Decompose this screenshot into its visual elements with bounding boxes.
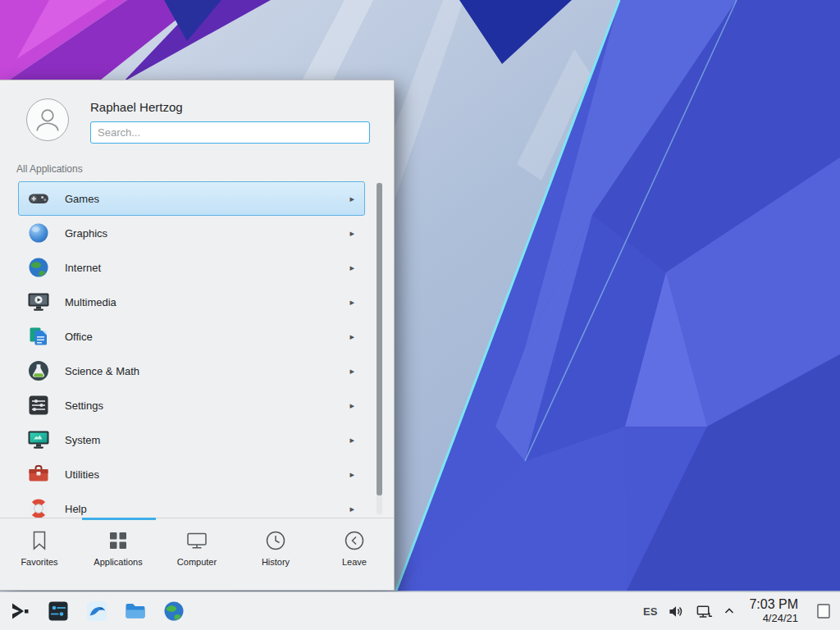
- category-label: Games: [65, 193, 335, 205]
- tab-computer[interactable]: Computer: [158, 518, 236, 590]
- chevron-right-icon: ▸: [349, 297, 356, 308]
- file-manager-icon[interactable]: [124, 600, 147, 623]
- category-science-math[interactable]: Science & Math ▸: [18, 354, 365, 388]
- tab-label: Favorites: [21, 557, 57, 567]
- tab-applications[interactable]: Applications: [79, 518, 158, 590]
- tab-label: Leave: [342, 557, 367, 567]
- bookmark-icon: [28, 529, 51, 552]
- chevron-right-icon: ▸: [349, 194, 356, 204]
- show-desktop-button[interactable]: [812, 595, 835, 628]
- applications-grid-icon: [107, 529, 130, 552]
- launcher-tab-bar: Favorites Applications Computer: [0, 518, 394, 590]
- tab-leave[interactable]: Leave: [315, 518, 394, 590]
- image-orb-icon: [27, 221, 50, 244]
- category-label: Help: [65, 503, 335, 515]
- launcher-header: Raphael Hertzog: [0, 80, 394, 152]
- category-list: Games ▸ Graphics ▸: [0, 181, 394, 518]
- category-system[interactable]: System ▸: [18, 422, 365, 457]
- chevron-right-icon: ▸: [349, 435, 356, 445]
- flask-icon: [27, 359, 50, 382]
- category-label: Internet: [65, 262, 335, 274]
- chevron-right-icon: ▸: [349, 228, 356, 239]
- volume-icon[interactable]: [668, 603, 685, 620]
- category-multimedia[interactable]: Multimedia ▸: [18, 285, 365, 319]
- desktop: Raphael Hertzog All Applications Games ▸: [0, 0, 840, 630]
- chevron-right-icon: ▸: [349, 469, 356, 480]
- leave-icon: [343, 529, 366, 552]
- network-icon[interactable]: [696, 603, 713, 620]
- user-icon: [30, 102, 66, 138]
- taskbar: ES 7:03 PM 4/24/21: [0, 591, 840, 630]
- dolphin-icon[interactable]: [85, 600, 108, 623]
- category-graphics[interactable]: Graphics ▸: [18, 216, 365, 250]
- web-browser-icon[interactable]: [162, 600, 185, 623]
- category-label: Office: [65, 331, 335, 343]
- application-launcher-popup: Raphael Hertzog All Applications Games ▸: [0, 80, 395, 591]
- category-label: Settings: [65, 399, 335, 412]
- category-office[interactable]: Office ▸: [18, 319, 365, 354]
- chevron-right-icon: ▸: [349, 366, 356, 377]
- sliders-icon: [27, 394, 50, 417]
- globe-icon: [27, 256, 50, 279]
- chevron-right-icon: ▸: [349, 400, 356, 411]
- chevron-right-icon: ▸: [349, 504, 356, 514]
- category-label: Utilities: [65, 468, 335, 481]
- category-label: Multimedia: [65, 296, 335, 308]
- category-utilities[interactable]: Utilities ▸: [18, 457, 365, 491]
- user-name: Raphael Hertzog: [90, 100, 370, 114]
- digital-clock[interactable]: 7:03 PM 4/24/21: [746, 597, 801, 624]
- section-label: All Applications: [0, 152, 394, 181]
- category-games[interactable]: Games ▸: [18, 181, 365, 216]
- tab-favorites[interactable]: Favorites: [0, 518, 79, 590]
- app-launcher-icon[interactable]: [8, 600, 31, 623]
- history-clock-icon: [264, 529, 287, 552]
- tab-label: Computer: [177, 557, 217, 567]
- category-label: System: [65, 434, 335, 446]
- tab-label: Applications: [94, 557, 142, 567]
- active-tab-indicator: [82, 518, 156, 520]
- clock-date: 4/24/21: [763, 613, 798, 625]
- scrollbar-track[interactable]: [377, 183, 382, 514]
- lifebuoy-icon: [27, 497, 50, 518]
- tab-label: History: [262, 557, 290, 567]
- scrollbar-thumb[interactable]: [377, 183, 382, 495]
- system-monitor-icon: [27, 428, 50, 451]
- media-player-icon: [27, 290, 50, 313]
- avatar[interactable]: [26, 98, 69, 141]
- keyboard-layout-indicator[interactable]: ES: [643, 605, 657, 618]
- category-settings[interactable]: Settings ▸: [18, 388, 365, 422]
- expand-tray-caret-icon[interactable]: [724, 605, 735, 617]
- documents-icon: [27, 325, 50, 348]
- category-label: Science & Math: [65, 365, 335, 377]
- tab-history[interactable]: History: [236, 518, 315, 590]
- clock-time: 7:03 PM: [749, 597, 798, 612]
- category-internet[interactable]: Internet ▸: [18, 250, 365, 285]
- tweaks-icon[interactable]: [47, 600, 70, 623]
- system-tray: ES 7:03 PM 4/24/21: [643, 595, 835, 628]
- chevron-right-icon: ▸: [349, 331, 356, 342]
- gamepad-icon: [27, 187, 50, 210]
- toolbox-icon: [27, 463, 50, 486]
- search-input[interactable]: [90, 121, 370, 144]
- computer-icon: [185, 529, 208, 552]
- category-help[interactable]: Help ▸: [18, 491, 365, 518]
- chevron-right-icon: ▸: [349, 262, 356, 273]
- category-label: Graphics: [65, 227, 335, 240]
